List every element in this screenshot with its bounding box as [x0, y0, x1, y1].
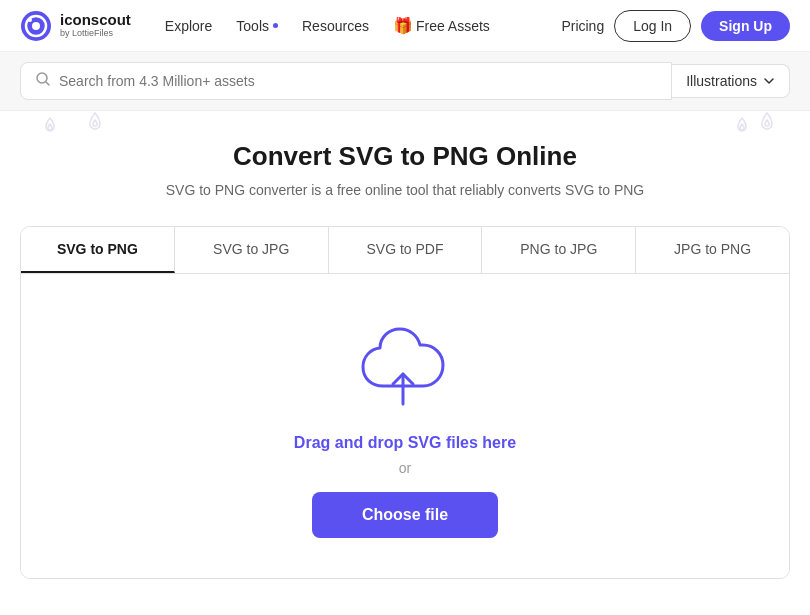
search-icon: [35, 71, 51, 91]
logo-text: iconscout by LottieFiles: [60, 12, 131, 38]
login-button[interactable]: Log In: [614, 10, 691, 42]
nav-explore[interactable]: Explore: [155, 12, 222, 40]
tools-dot: [273, 23, 278, 28]
logo-sub: by LottieFiles: [60, 29, 131, 39]
drop-zone[interactable]: Drag and drop SVG files here or Choose f…: [21, 274, 789, 578]
tab-png-to-jpg[interactable]: PNG to JPG: [482, 227, 636, 273]
chevron-down-icon: [763, 75, 775, 87]
nav-resources[interactable]: Resources: [292, 12, 379, 40]
drag-drop-text: Drag and drop SVG files here: [294, 434, 516, 452]
nav-tools[interactable]: Tools: [226, 12, 288, 40]
tab-svg-to-jpg[interactable]: SVG to JPG: [175, 227, 329, 273]
main-content: Convert SVG to PNG Online SVG to PNG con…: [0, 111, 810, 599]
logo-icon: [20, 10, 52, 42]
search-input-wrap: [20, 62, 672, 100]
main-nav: Explore Tools Resources 🎁 Free Assets: [155, 10, 538, 41]
tab-svg-to-pdf[interactable]: SVG to PDF: [329, 227, 483, 273]
search-type-dropdown[interactable]: Illustrations: [672, 64, 790, 98]
tab-jpg-to-png[interactable]: JPG to PNG: [636, 227, 789, 273]
search-bar: Illustrations: [0, 52, 810, 111]
tab-svg-to-png[interactable]: SVG to PNG: [21, 227, 175, 273]
or-text: or: [399, 460, 411, 476]
converter-card: SVG to PNG SVG to JPG SVG to PDF PNG to …: [20, 226, 790, 579]
choose-file-button[interactable]: Choose file: [312, 492, 498, 538]
cloud-upload-icon: [355, 324, 455, 414]
page-subtitle: SVG to PNG converter is a free online to…: [166, 182, 645, 198]
tabs-row: SVG to PNG SVG to JPG SVG to PDF PNG to …: [21, 227, 789, 274]
header-right: Pricing Log In Sign Up: [561, 10, 790, 42]
svg-point-3: [28, 18, 32, 22]
logo-name: iconscout: [60, 12, 131, 29]
search-input[interactable]: [59, 73, 657, 89]
pricing-link[interactable]: Pricing: [561, 18, 604, 34]
gift-icon: 🎁: [393, 16, 413, 35]
svg-point-2: [32, 22, 40, 30]
page-title: Convert SVG to PNG Online: [233, 141, 577, 172]
header: iconscout by LottieFiles Explore Tools R…: [0, 0, 810, 52]
nav-free-assets[interactable]: 🎁 Free Assets: [383, 10, 500, 41]
logo[interactable]: iconscout by LottieFiles: [20, 10, 131, 42]
signup-button[interactable]: Sign Up: [701, 11, 790, 41]
